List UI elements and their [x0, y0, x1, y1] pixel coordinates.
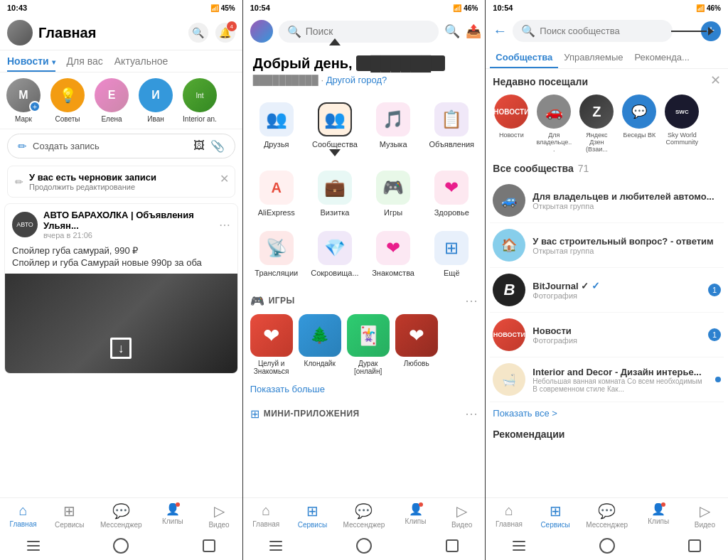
messenger-icon-3: 💬: [598, 502, 616, 519]
story-elena[interactable]: Е Елена: [92, 78, 131, 123]
community-car-owners[interactable]: 🚙 Для владельцев и любителей автомо... О…: [490, 178, 724, 223]
nav-services-1[interactable]: ⊞ Сервисы: [54, 502, 85, 529]
community-novosti[interactable]: НОВОСТИ Новости Фотография 1: [490, 313, 724, 357]
recent-chat[interactable]: 💬 Беседы ВК: [621, 95, 658, 153]
search-button-1[interactable]: 🔍: [188, 23, 208, 43]
create-post-button[interactable]: ✏ Создать запись 🖼 📎: [7, 134, 235, 158]
nav-messenger-3[interactable]: 💬 Мессенджер: [586, 502, 628, 529]
show-all-communities-link[interactable]: Показать все >: [486, 402, 728, 424]
post-card-1: АВТО АВТО БАРАХОЛКА | Объявления Ульян..…: [4, 203, 238, 374]
service-treasures[interactable]: 💎 Сокровища...: [306, 224, 364, 284]
search-input-2[interactable]: [306, 26, 430, 37]
service-communities-label: Сообщества: [312, 140, 358, 149]
sys-menu-3[interactable]: [509, 536, 529, 556]
back-button[interactable]: ←: [493, 23, 507, 39]
nav-video-2[interactable]: ▷ Видео: [446, 502, 478, 529]
tab-aktualnoe[interactable]: Актуальное: [114, 50, 168, 72]
community-construction[interactable]: 🏠 У вас строительный вопрос? - ответим О…: [490, 223, 724, 268]
sys-back-2[interactable]: [442, 536, 462, 556]
story-ivan[interactable]: И Иван: [136, 78, 175, 123]
service-broadcasts[interactable]: 📡 Трансляции: [247, 224, 306, 284]
sys-home-2[interactable]: [354, 536, 374, 556]
draft-close-button[interactable]: ✕: [220, 172, 229, 185]
clips-icon-wrap-2: 👤: [409, 502, 423, 516]
nav-clips-3[interactable]: 👤 Клипы: [643, 502, 674, 529]
comm-house-avatar: 🏠: [493, 229, 525, 262]
comm-bitjournal-badge: 1: [708, 284, 721, 296]
service-music[interactable]: 🎵 Музыка: [364, 95, 422, 163]
clips-dot-1: [176, 502, 180, 507]
service-dating[interactable]: ❤ Знакомства: [364, 224, 422, 284]
user-avatar-1[interactable]: [7, 20, 33, 45]
greeting: Добрый день, ██████: [243, 47, 486, 75]
comm-car-name: Для владельцев и любителей автомо...: [532, 191, 721, 202]
sys-home-1[interactable]: [111, 536, 131, 556]
games-section-menu[interactable]: ⋯: [465, 293, 478, 308]
nav-home-3[interactable]: ⌂ Главная: [493, 502, 525, 529]
story-mark[interactable]: М + Марк: [4, 78, 43, 123]
recent-car[interactable]: 🚗 Для владельце...: [535, 95, 572, 153]
header-icon-bell[interactable]: 📤: [466, 23, 481, 39]
game-klondike[interactable]: 🌲 Клондайк: [299, 314, 341, 375]
tab-communities[interactable]: Сообщества: [490, 46, 558, 68]
sys-back-1[interactable]: [199, 536, 219, 556]
post-menu-button[interactable]: ⋯: [219, 218, 230, 232]
user-avatar-2[interactable]: [250, 20, 273, 43]
header-icon-q[interactable]: 🔍: [444, 23, 460, 39]
recent-zen-avatar: Z: [579, 95, 614, 129]
sys-back-3[interactable]: [685, 536, 705, 556]
change-city-link[interactable]: Другой город?: [326, 75, 387, 85]
tab-novosti[interactable]: Новости ▾: [7, 50, 55, 72]
communities-search-input[interactable]: [540, 26, 664, 36]
nav-home-2[interactable]: ⌂ Главная: [250, 502, 282, 529]
sys-menu-2[interactable]: [266, 536, 286, 556]
clips-icon-wrap-1: 👤: [166, 502, 180, 516]
community-interior[interactable]: 🛁 Interior and Decor - Дизайн интерье...…: [490, 357, 724, 402]
recent-swc[interactable]: SWC Sky World Community: [663, 95, 700, 153]
pencil-icon: ✏: [18, 140, 27, 153]
tab-recommendations[interactable]: Рекоменда...: [628, 46, 695, 68]
recent-zen[interactable]: Z Яндекс Дзен (Взаи...: [578, 95, 615, 153]
photo-icon[interactable]: 🖼: [193, 139, 205, 153]
games-section-title: ИГРЫ: [269, 296, 461, 306]
game-durak[interactable]: 🃏 Дурак[онлайн]: [347, 314, 390, 375]
recently-close-button[interactable]: ✕: [710, 72, 728, 88]
service-friends[interactable]: 👥 Друзья: [247, 95, 306, 163]
nav-messenger-2[interactable]: 💬 Мессенджер: [343, 502, 385, 529]
mini-apps-menu[interactable]: ⋯: [465, 406, 478, 421]
nav-services-2[interactable]: ⊞ Сервисы: [296, 502, 328, 529]
game-klondike-img: 🌲: [299, 314, 341, 357]
nav-home-1[interactable]: ⌂ Главная: [8, 502, 39, 529]
nav-services-3[interactable]: ⊞ Сервисы: [540, 502, 571, 529]
nav-video-1[interactable]: ▷ Видео: [203, 502, 235, 529]
nav-video-3[interactable]: ▷ Видео: [689, 502, 720, 529]
service-communities[interactable]: 👥 Сообщества: [306, 95, 364, 163]
service-ali[interactable]: A AliExpress: [247, 163, 306, 224]
nav-clips-2[interactable]: 👤 Клипы: [400, 502, 432, 529]
sys-menu-1[interactable]: [23, 536, 43, 556]
service-more[interactable]: ⊞ Ещё: [422, 224, 481, 284]
service-health[interactable]: ❤ Здоровье: [422, 163, 481, 224]
game-kiss[interactable]: ❤ Целуй иЗнакомься: [250, 314, 293, 375]
notifications-button[interactable]: 🔔 4: [215, 23, 235, 43]
story-sovety[interactable]: 💡 Советы: [48, 78, 87, 123]
nav-messenger-1[interactable]: 💬 Мессенджер: [100, 502, 142, 529]
sys-home-3[interactable]: [597, 536, 617, 556]
show-more-games[interactable]: Показать больше: [243, 381, 486, 400]
recent-news[interactable]: НОВОСТИ Новости: [493, 95, 530, 153]
search-bar-2[interactable]: 🔍: [279, 21, 439, 43]
tab-arrow: ▾: [52, 58, 55, 66]
nav-messenger-label-3: Мессенджер: [586, 521, 628, 529]
nav-clips-1[interactable]: 👤 Клипы: [157, 502, 188, 529]
story-interior[interactable]: Int Interior an.: [181, 78, 219, 123]
tab-managed[interactable]: Управляемые: [558, 46, 628, 68]
service-games[interactable]: 🎮 Игры: [364, 163, 422, 224]
communities-icon: 👥: [318, 102, 352, 136]
communities-search-bar[interactable]: 🔍: [513, 20, 673, 42]
tab-dlya-vas[interactable]: Для вас: [67, 50, 103, 72]
service-ads[interactable]: 📋 Объявления: [422, 95, 481, 163]
service-card[interactable]: 💼 Визитка: [306, 163, 364, 224]
community-bitjournal[interactable]: B BitJournal ✓ ✓ Фотография 1: [490, 268, 724, 313]
attach-icon[interactable]: 📎: [210, 139, 225, 153]
game-love[interactable]: ❤ Любовь: [395, 314, 438, 375]
